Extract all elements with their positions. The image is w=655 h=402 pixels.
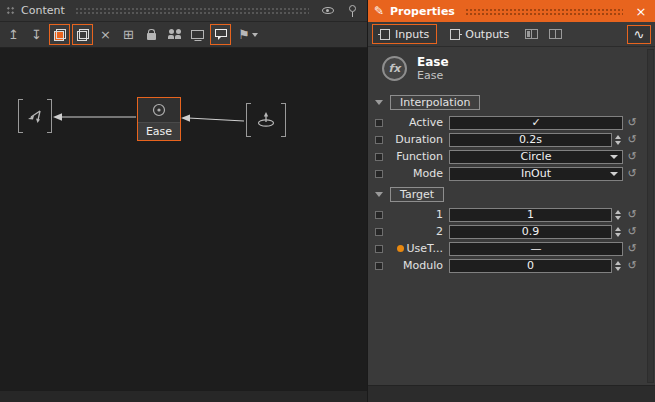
row-checkbox[interactable] <box>375 245 383 253</box>
row-checkbox[interactable] <box>375 136 383 144</box>
eye-icon <box>322 7 334 14</box>
app-window: Content ↥ ↧ × ⊞ ⚑ <box>0 0 655 402</box>
pin-panel-button[interactable] <box>343 3 361 19</box>
node-ease-selected[interactable]: Ease <box>137 97 181 141</box>
split-view-button-1[interactable] <box>522 26 541 43</box>
row-checkbox[interactable] <box>375 170 383 178</box>
content-panel: Content ↥ ↧ × ⊞ ⚑ <box>0 0 368 402</box>
monitor-icon <box>191 30 204 39</box>
reset-icon[interactable]: ↺ <box>623 116 641 129</box>
properties-title: Properties <box>390 5 455 18</box>
header-dot-texture <box>75 7 309 14</box>
section-label[interactable]: Interpolation <box>390 95 480 110</box>
reset-icon[interactable]: ↺ <box>623 133 641 146</box>
comments-button[interactable] <box>210 24 231 45</box>
node-rotation[interactable] <box>246 103 286 137</box>
tab-outputs[interactable]: Outputs <box>442 24 517 44</box>
function-dropdown[interactable]: Circle <box>449 150 623 164</box>
section-target[interactable]: Target <box>368 182 655 206</box>
target1-value-field[interactable]: 1 <box>449 208 612 222</box>
step-up-icon <box>615 261 621 265</box>
scrollbar[interactable] <box>647 49 654 383</box>
property-row-target1: 1 1 ↺ <box>368 206 655 223</box>
tab-outputs-label: Outputs <box>465 28 509 41</box>
bracket-right <box>281 103 286 137</box>
grid-layout-button[interactable]: ⊞ <box>118 24 139 45</box>
value-stepper[interactable] <box>613 258 623 273</box>
bracket-right <box>47 99 52 133</box>
selected-node-subtitle: Ease <box>417 69 449 82</box>
section-interpolation[interactable]: Interpolation <box>368 90 655 114</box>
reset-icon[interactable]: ↺ <box>623 167 641 180</box>
grid-icon: ⊞ <box>123 27 134 42</box>
step-down-icon <box>615 141 621 145</box>
collaboration-button[interactable] <box>164 24 185 45</box>
import-button[interactable]: ↧ <box>26 24 47 45</box>
reset-icon[interactable]: ↺ <box>623 208 641 221</box>
property-row-function: Function Circle ↺ <box>368 148 655 165</box>
selected-node-title: Ease <box>417 55 449 69</box>
show-content-button[interactable] <box>72 24 93 45</box>
lock-icon <box>147 33 156 40</box>
modulo-value-field[interactable]: 0 <box>449 259 612 273</box>
collapse-triangle-icon[interactable] <box>375 100 383 105</box>
mode-dropdown[interactable]: InOut <box>449 167 623 181</box>
chevron-down-icon <box>252 33 258 37</box>
row-checkbox[interactable] <box>375 211 383 219</box>
close-icon: × <box>636 4 647 19</box>
row-checkbox[interactable] <box>375 119 383 127</box>
split-view-button-2[interactable] <box>546 26 565 43</box>
reset-icon[interactable]: ↺ <box>623 150 641 163</box>
export-button[interactable]: ↥ <box>3 24 24 45</box>
node-graph-canvas[interactable]: Ease <box>0 48 367 390</box>
property-label: UseT... <box>387 242 449 255</box>
duration-value-field[interactable]: 0.2s <box>449 133 612 147</box>
collapse-triangle-icon[interactable] <box>375 192 383 197</box>
animation-curve-button[interactable]: ∿ <box>627 25 651 44</box>
row-checkbox[interactable] <box>375 228 383 236</box>
target2-value-field[interactable]: 0.9 <box>449 225 612 239</box>
row-checkbox[interactable] <box>375 153 383 161</box>
node-mover[interactable] <box>18 99 52 133</box>
property-row-mode: Mode InOut ↺ <box>368 165 655 182</box>
section-label[interactable]: Target <box>390 187 444 202</box>
properties-body: fx Ease Ease Interpolation Active ✓ ↺ Du… <box>368 47 655 385</box>
property-label: Modulo <box>387 259 449 272</box>
close-button[interactable]: × <box>633 3 649 19</box>
properties-tab-bar: Inputs Outputs ∿ <box>368 22 655 47</box>
value-stepper[interactable] <box>613 207 623 222</box>
active-value-field[interactable]: ✓ <box>449 116 623 130</box>
lock-button[interactable] <box>141 24 162 45</box>
property-label: Duration <box>387 133 449 146</box>
show-containers-button[interactable] <box>49 24 70 45</box>
outline-squares-icon <box>77 29 89 41</box>
step-up-icon <box>615 210 621 214</box>
step-up-icon <box>615 227 621 231</box>
connection-rotation-to-ease[interactable] <box>181 114 244 121</box>
comment-bubble-icon <box>215 29 227 37</box>
outputs-icon <box>450 29 460 40</box>
drag-handle-icon[interactable] <box>6 6 15 15</box>
reset-icon[interactable]: ↺ <box>623 225 641 238</box>
header-dot-texture <box>465 8 623 15</box>
presentation-button[interactable] <box>187 24 208 45</box>
break-links-button[interactable]: × <box>95 24 116 45</box>
connection-ease-to-mover[interactable] <box>53 113 136 121</box>
visibility-eye-button[interactable] <box>319 3 337 19</box>
uset-value-field[interactable]: — <box>449 242 623 256</box>
content-panel-header: Content <box>0 0 367 22</box>
flag-icon: ⚑ <box>238 27 250 42</box>
properties-header: ✎ Properties × <box>368 0 655 22</box>
reset-icon[interactable]: ↺ <box>623 242 641 255</box>
export-icon: ↥ <box>8 27 19 42</box>
value-stepper[interactable] <box>613 224 623 239</box>
bookmarks-button[interactable]: ⚑ <box>233 24 263 45</box>
property-label: Active <box>387 116 449 129</box>
reset-icon[interactable]: ↺ <box>623 259 641 272</box>
value-stepper[interactable] <box>613 132 623 147</box>
property-label: 2 <box>387 225 449 238</box>
split-squares-outline-icon <box>549 29 562 39</box>
row-checkbox[interactable] <box>375 262 383 270</box>
property-label: Mode <box>387 167 449 180</box>
tab-inputs[interactable]: Inputs <box>372 24 437 44</box>
